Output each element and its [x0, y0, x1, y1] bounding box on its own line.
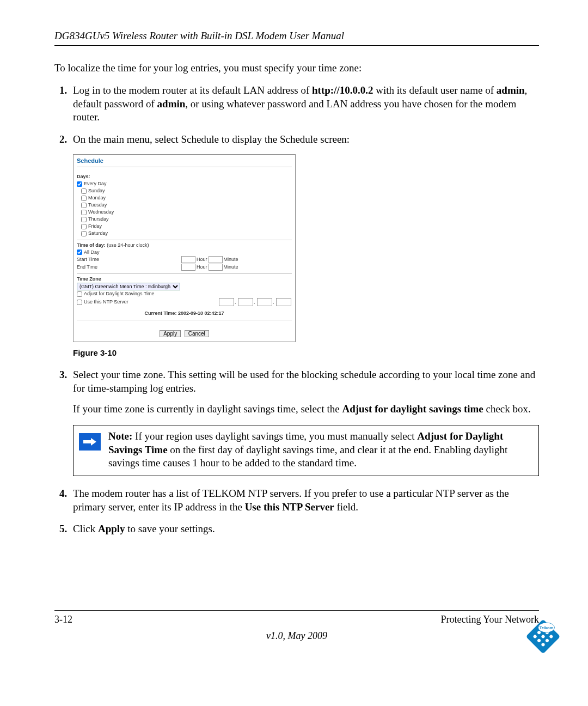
step3-p2-pre: If your time zone is currently in daylig…	[73, 403, 342, 415]
label-thursday: Thursday	[88, 216, 109, 223]
footer-version: v1.0, May 2009	[54, 630, 539, 642]
checkbox-ntp[interactable]	[77, 300, 82, 305]
apply-button[interactable]: Apply	[160, 330, 181, 337]
footer-divider	[54, 610, 539, 611]
checkbox-allday[interactable]	[77, 249, 82, 255]
timeofday-label-text: Time of day:	[77, 242, 106, 248]
footer-row: 3-12 Protecting Your Network	[54, 614, 539, 625]
screenshot-buttons: Apply Cancel	[77, 330, 292, 338]
step3-p2-post: check box.	[483, 403, 531, 415]
current-time-value: 2002-09-10 02:42:17	[178, 311, 224, 317]
note-box: Note: If your region uses daylight savin…	[73, 425, 539, 476]
label-ntp: Use this NTP Server	[84, 299, 128, 306]
step1-url: http://10.0.0.2	[312, 84, 373, 96]
document-header: DG834GUv5 Wireless Router with Built-in …	[54, 30, 539, 42]
checkbox-dst[interactable]	[77, 291, 82, 297]
ntp-ip-4[interactable]	[276, 298, 291, 306]
end-minute-input[interactable]	[209, 264, 223, 271]
label-dst: Adjust for Daylight Savings Time	[84, 291, 155, 297]
checkbox-tuesday-row: Tuesday	[77, 202, 292, 209]
step1-admin1: admin	[497, 84, 525, 96]
checkbox-friday[interactable]	[81, 224, 87, 229]
step-3: Select your time zone. This setting will…	[70, 368, 539, 476]
note-label: Note:	[108, 430, 132, 442]
timeofday-label: Time of day: (use 24-hour clock)	[77, 242, 292, 249]
ntp-ip-2[interactable]	[238, 298, 253, 306]
label-friday: Friday	[88, 223, 102, 230]
checkbox-friday-row: Friday	[77, 223, 292, 230]
checkbox-sunday-row: Sunday	[77, 188, 292, 194]
label-saturday: Saturday	[88, 230, 108, 237]
screenshot-title: Schedule	[77, 157, 292, 167]
checkbox-monday-row: Monday	[77, 195, 292, 202]
checkbox-wednesday-row: Wednesday	[77, 209, 292, 216]
checkbox-every-day[interactable]	[77, 181, 82, 187]
step2-text: On the main menu, select Schedule to dis…	[73, 133, 350, 145]
svg-marker-1	[91, 438, 96, 446]
checkbox-saturday[interactable]	[81, 231, 87, 236]
note-pre: If your region uses daylight savings tim…	[132, 430, 417, 442]
step4-post: field.	[334, 501, 358, 513]
checkbox-sunday[interactable]	[81, 188, 87, 194]
end-hour-input[interactable]	[181, 264, 195, 271]
checkbox-monday[interactable]	[81, 196, 87, 201]
logo-text: Telkom	[540, 625, 554, 630]
start-time-row: Start Time Hour Minute	[77, 256, 292, 263]
checkbox-thursday[interactable]	[81, 217, 87, 222]
start-time-label: Start Time	[77, 257, 180, 263]
cancel-button[interactable]: Cancel	[185, 330, 209, 337]
end-time-label: End Time	[77, 264, 180, 271]
step-2: On the main menu, select Schedule to dis…	[70, 133, 539, 358]
step5-bold: Apply	[98, 523, 125, 534]
telkom-logo: Telkom	[523, 616, 564, 657]
label-monday: Monday	[88, 195, 106, 202]
start-minute-input[interactable]	[209, 256, 223, 263]
figure-caption: Figure 3-10	[73, 348, 539, 358]
current-time-label: Current Time:	[145, 311, 177, 317]
step5-post: to save your settings.	[125, 523, 215, 534]
end-time-row: End Time Hour Minute	[77, 264, 292, 271]
step-4: The modem router has a list of TELKOM NT…	[70, 487, 539, 514]
label-sunday: Sunday	[88, 188, 105, 194]
timezone-label: Time Zone	[77, 276, 292, 283]
header-divider	[54, 45, 539, 46]
checkbox-dst-row: Adjust for Daylight Savings Time	[77, 291, 292, 297]
step5-pre: Click	[73, 523, 98, 534]
step4-bold: Use this NTP Server	[245, 501, 334, 513]
ntp-ip-3[interactable]	[257, 298, 272, 306]
step3-p2-bold: Adjust for daylight savings time	[342, 403, 483, 415]
checkbox-every-day-row: Every Day	[77, 181, 292, 187]
checkbox-thursday-row: Thursday	[77, 216, 292, 223]
checkbox-wednesday[interactable]	[81, 210, 87, 215]
end-hour-label: Hour	[197, 264, 207, 271]
page-number: 3-12	[54, 614, 72, 625]
ntp-ip-1[interactable]	[219, 298, 234, 306]
step1-pre: Log in to the modem router at its defaul…	[73, 84, 312, 96]
checkbox-ntp-row: Use this NTP Server . . .	[77, 298, 292, 306]
schedule-screenshot: Schedule Days: Every Day Sunday Monday	[73, 154, 296, 343]
figure-container: Schedule Days: Every Day Sunday Monday	[73, 154, 539, 343]
timezone-select[interactable]: (GMT) Greenwich Mean Time : Edinburgh, L…	[77, 283, 180, 290]
end-minute-label: Minute	[224, 264, 238, 271]
intro-text: To localize the time for your log entrie…	[54, 62, 539, 74]
label-every-day: Every Day	[84, 181, 107, 187]
step3-p2: If your time zone is currently in daylig…	[73, 403, 539, 416]
start-minute-label: Minute	[224, 257, 238, 263]
divider-2	[77, 273, 292, 274]
step-5: Click Apply to save your settings.	[70, 522, 539, 536]
step1-mid1: with its default user name of	[373, 84, 496, 96]
current-time: Current Time: 2002-09-10 02:42:17	[77, 311, 292, 317]
step-1: Log in to the modem router at its defaul…	[70, 84, 539, 124]
step3-p1: Select your time zone. This setting will…	[73, 369, 535, 394]
checkbox-allday-row: All Day	[77, 249, 292, 255]
note-text: Note: If your region uses daylight savin…	[108, 430, 532, 470]
timeofday-hint: (use 24-hour clock)	[106, 242, 149, 248]
start-hour-label: Hour	[197, 257, 207, 263]
checkbox-tuesday[interactable]	[81, 203, 87, 208]
label-allday: All Day	[84, 249, 100, 256]
label-wednesday: Wednesday	[88, 209, 114, 216]
divider-1	[77, 240, 292, 240]
label-tuesday: Tuesday	[88, 202, 107, 209]
start-hour-input[interactable]	[181, 256, 195, 263]
days-label: Days:	[77, 174, 292, 180]
